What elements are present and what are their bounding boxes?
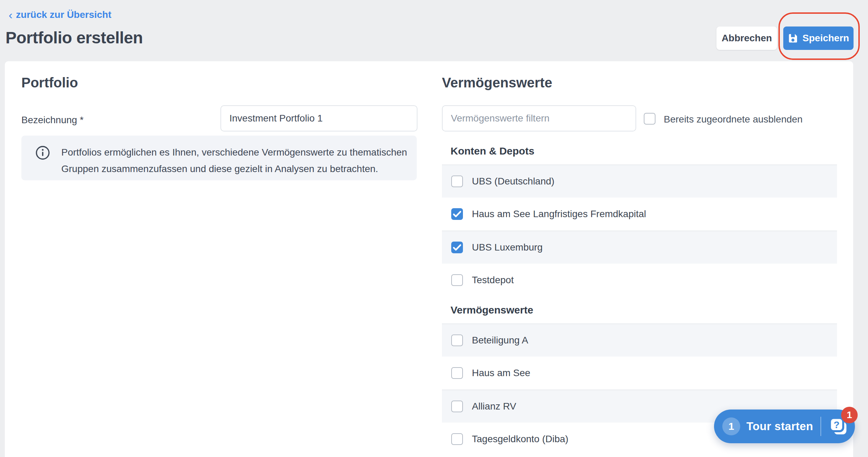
back-link-label: zurück zur Übersicht <box>16 9 111 20</box>
info-icon <box>35 146 50 160</box>
asset-label: Tagesgeldkonto (Diba) <box>472 434 568 445</box>
name-field-label: Bezeichnung * <box>21 115 84 126</box>
save-button-label: Speichern <box>803 33 849 44</box>
portfolio-name-input[interactable] <box>220 105 417 131</box>
asset-group-header: Vermögenswerte <box>442 297 837 323</box>
portfolio-section-title: Portfolio <box>21 75 78 91</box>
back-to-overview-link[interactable]: ‹ zurück zur Übersicht <box>9 9 111 20</box>
assets-section-title: Vermögenswerte <box>442 75 552 91</box>
tour-step-badge: 1 <box>722 417 740 435</box>
asset-checkbox-unchecked[interactable] <box>451 433 463 445</box>
asset-group-header: Konten & Depots <box>442 138 837 164</box>
asset-label: Haus am See <box>472 368 530 379</box>
asset-row[interactable]: UBS (Deutschland) <box>442 164 837 198</box>
asset-row[interactable]: Testdepot <box>442 264 837 297</box>
asset-row[interactable]: Haus am See <box>442 357 837 390</box>
asset-label: Haus am See Langfristiges Fremdkapital <box>472 209 646 220</box>
tour-start-button[interactable]: 1 Tour starten ? <box>714 410 855 443</box>
cancel-button[interactable]: Abbrechen <box>716 26 777 50</box>
cancel-button-label: Abbrechen <box>722 33 772 44</box>
info-text: Portfolios ermöglichen es Ihnen, verschi… <box>61 144 409 177</box>
asset-checkbox-checked[interactable] <box>451 242 463 253</box>
asset-checkbox-checked[interactable] <box>451 208 463 220</box>
asset-label: Testdepot <box>472 275 514 286</box>
asset-checkbox-unchecked[interactable] <box>451 367 463 379</box>
asset-checkbox-unchecked[interactable] <box>451 274 463 286</box>
asset-checkbox-unchecked[interactable] <box>451 176 463 187</box>
asset-label: Beteiligung A <box>472 335 528 346</box>
asset-label: Allianz RV <box>472 401 516 412</box>
save-icon <box>788 33 798 43</box>
tour-divider <box>820 417 821 436</box>
asset-row[interactable]: Beteiligung A <box>442 323 837 357</box>
chevron-left-icon: ‹ <box>9 10 12 20</box>
hide-assigned-label: Bereits zugeordnete ausblenden <box>664 114 803 125</box>
tour-start-label: Tour starten <box>746 420 813 433</box>
page-title: Portfolio erstellen <box>6 28 143 47</box>
hide-assigned-checkbox[interactable] <box>644 113 655 125</box>
svg-text:?: ? <box>834 419 839 430</box>
asset-checkbox-unchecked[interactable] <box>451 334 463 346</box>
asset-row[interactable]: UBS Luxemburg <box>442 231 837 264</box>
info-box: Portfolios ermöglichen es Ihnen, verschi… <box>21 136 417 180</box>
assets-filter-input[interactable] <box>442 105 636 131</box>
asset-row[interactable]: Haus am See Langfristiges Fremdkapital <box>442 198 837 231</box>
save-button[interactable]: Speichern <box>783 26 854 50</box>
asset-label: UBS Luxemburg <box>472 242 542 253</box>
asset-label: UBS (Deutschland) <box>472 176 555 187</box>
tour-notification-badge: 1 <box>841 407 858 423</box>
portfolio-card: Portfolio Bezeichnung * Portfolios ermög… <box>5 61 853 457</box>
asset-checkbox-unchecked[interactable] <box>451 401 463 412</box>
assets-list: Konten & DepotsUBS (Deutschland)Haus am … <box>442 138 837 456</box>
